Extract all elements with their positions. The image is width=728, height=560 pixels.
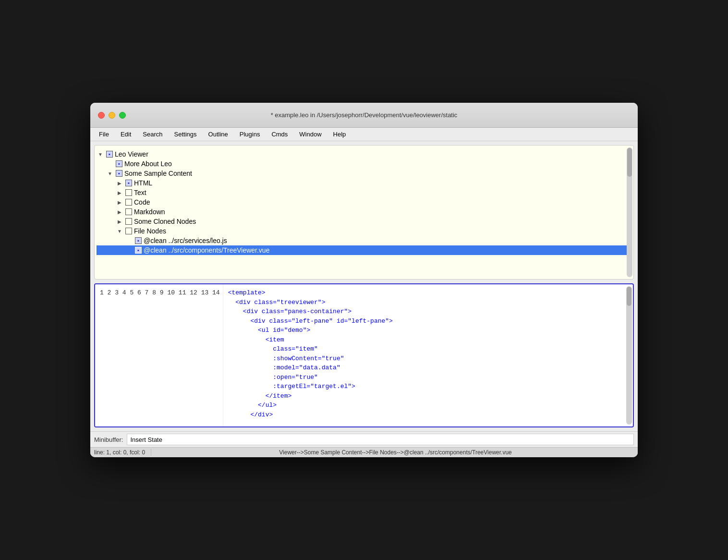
menu-plugins[interactable]: Plugins bbox=[235, 129, 265, 139]
tree-node-markdown[interactable]: Markdown bbox=[97, 207, 631, 217]
menu-edit[interactable]: Edit bbox=[116, 129, 136, 139]
tree-toggle[interactable] bbox=[116, 208, 123, 216]
code-scrollbar-thumb[interactable] bbox=[627, 287, 631, 306]
tree-node-more-about-leo[interactable]: More About Leo bbox=[97, 159, 631, 169]
line-numbers: 1 2 3 4 5 6 7 8 9 10 11 12 13 14 bbox=[95, 284, 223, 426]
traffic-lights bbox=[98, 112, 126, 119]
tree-toggle[interactable] bbox=[116, 227, 123, 235]
node-icon bbox=[106, 151, 113, 158]
node-label: Text bbox=[134, 189, 146, 196]
tree-toggle[interactable] bbox=[116, 179, 123, 187]
code-scrollbar[interactable] bbox=[626, 286, 632, 425]
window-title: * example.leo in /Users/josephorr/Develo… bbox=[271, 111, 458, 119]
node-icon bbox=[135, 237, 142, 244]
tree-pane: Leo ViewerMore About LeoSome Sample Cont… bbox=[94, 145, 634, 280]
minibuffer: Minibuffer: bbox=[90, 431, 638, 447]
code-content[interactable]: <template> <div class="treeviewer"> <div… bbox=[223, 284, 633, 426]
menu-help[interactable]: Help bbox=[328, 129, 351, 139]
node-label: Markdown bbox=[134, 208, 165, 216]
status-left: line: 1, col: 0, fcol: 0 bbox=[94, 449, 151, 456]
node-label: HTML bbox=[134, 179, 152, 187]
tree-nodes-container: Leo ViewerMore About LeoSome Sample Cont… bbox=[97, 149, 631, 255]
node-icon bbox=[125, 208, 132, 215]
menu-file[interactable]: File bbox=[94, 129, 114, 139]
node-icon bbox=[125, 199, 132, 206]
menu-search[interactable]: Search bbox=[138, 129, 167, 139]
tree-toggle[interactable] bbox=[97, 150, 104, 158]
tree-node-text[interactable]: Text bbox=[97, 188, 631, 197]
minibuffer-label: Minibuffer: bbox=[94, 436, 123, 443]
tree-node-some-cloned-nodes[interactable]: Some Cloned Nodes bbox=[97, 217, 631, 226]
tree-scrollbar[interactable] bbox=[627, 147, 632, 277]
tree-toggle[interactable] bbox=[116, 218, 123, 225]
maximize-button[interactable] bbox=[119, 112, 126, 119]
tree-toggle[interactable] bbox=[106, 170, 114, 177]
tree-scrollbar-thumb[interactable] bbox=[627, 148, 632, 177]
minibuffer-input[interactable] bbox=[127, 434, 634, 445]
node-label: Some Sample Content bbox=[124, 170, 192, 177]
node-label: More About Leo bbox=[124, 160, 172, 168]
tree-toggle[interactable] bbox=[116, 189, 123, 196]
status-right: Viewer-->Some Sample Content-->File Node… bbox=[151, 449, 634, 456]
tree-node-file-nodes[interactable]: File Nodes bbox=[97, 226, 631, 236]
title-bar: * example.leo in /Users/josephorr/Develo… bbox=[90, 103, 638, 128]
node-icon bbox=[116, 170, 122, 177]
status-bar: line: 1, col: 0, fcol: 0 Viewer-->Some S… bbox=[90, 447, 638, 457]
tree-node-leo-viewer[interactable]: Leo Viewer bbox=[97, 149, 631, 159]
node-icon bbox=[125, 218, 132, 225]
node-icon bbox=[125, 228, 132, 234]
tree-node-clean-leo-js[interactable]: @clean ../src/services/leo.js bbox=[97, 236, 631, 245]
tree-node-some-sample-content[interactable]: Some Sample Content bbox=[97, 169, 631, 178]
menu-cmds[interactable]: Cmds bbox=[267, 129, 292, 139]
menu-outline[interactable]: Outline bbox=[204, 129, 233, 139]
node-icon bbox=[125, 189, 132, 196]
main-window: * example.leo in /Users/josephorr/Develo… bbox=[90, 103, 638, 457]
node-label: @clean ../src/services/leo.js bbox=[144, 237, 227, 244]
close-button[interactable] bbox=[98, 112, 105, 119]
menu-bar: File Edit Search Settings Outline Plugin… bbox=[90, 128, 638, 141]
node-icon bbox=[135, 247, 142, 254]
tree-toggle[interactable] bbox=[116, 198, 123, 206]
tree-node-html[interactable]: HTML bbox=[97, 178, 631, 188]
code-pane: 1 2 3 4 5 6 7 8 9 10 11 12 13 14 <templa… bbox=[94, 283, 634, 427]
tree-node-code[interactable]: Code bbox=[97, 197, 631, 207]
menu-window[interactable]: Window bbox=[294, 129, 326, 139]
node-label: @clean ../src/components/TreeViewer.vue bbox=[144, 246, 269, 254]
minimize-button[interactable] bbox=[109, 112, 115, 119]
node-icon bbox=[116, 160, 122, 167]
node-label: Code bbox=[134, 198, 150, 206]
node-label: File Nodes bbox=[134, 227, 166, 235]
node-icon bbox=[125, 180, 132, 186]
node-label: Some Cloned Nodes bbox=[134, 218, 196, 225]
menu-settings[interactable]: Settings bbox=[170, 129, 202, 139]
main-content: Leo ViewerMore About LeoSome Sample Cont… bbox=[90, 141, 638, 431]
tree-node-clean-treeviewer[interactable]: @clean ../src/components/TreeViewer.vue bbox=[97, 245, 631, 255]
node-label: Leo Viewer bbox=[115, 150, 148, 158]
